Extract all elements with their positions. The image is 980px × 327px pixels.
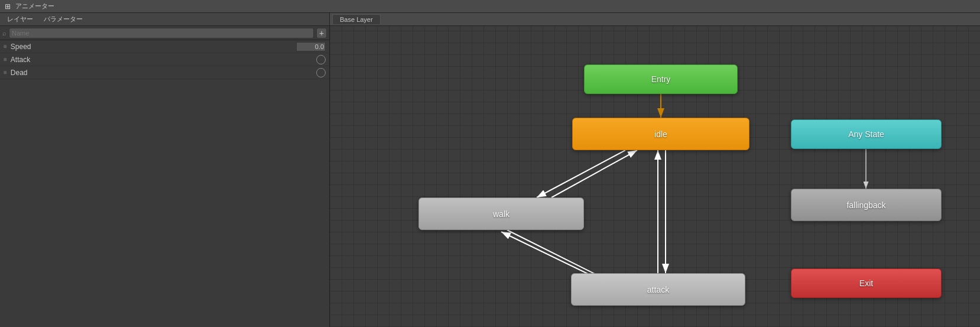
- drag-handle-speed: ≡: [4, 43, 7, 50]
- node-walk[interactable]: walk: [418, 198, 584, 230]
- param-value-speed[interactable]: [296, 42, 326, 51]
- param-item-attack: ≡ Attack: [0, 53, 329, 66]
- node-idle[interactable]: idle: [572, 118, 749, 150]
- node-entry[interactable]: Entry: [584, 64, 738, 94]
- node-fallingback-label: fallingback: [846, 200, 885, 210]
- search-bar: ⌕ +: [0, 26, 329, 40]
- canvas-tab-bar: Base Layer: [330, 13, 980, 26]
- main-layout: レイヤー パラメーター ⌕ + ≡ Speed ≡ Attack ≡ Dead: [0, 13, 980, 327]
- title-bar: ⊞ アニメーター: [0, 0, 980, 13]
- node-walk-label: walk: [493, 209, 510, 219]
- node-attack[interactable]: attack: [571, 273, 745, 306]
- node-any-state[interactable]: Any State: [791, 119, 942, 149]
- param-item-dead: ≡ Dead: [0, 66, 329, 79]
- parameter-list: ≡ Speed ≡ Attack ≡ Dead: [0, 40, 329, 327]
- node-fallingback[interactable]: fallingback: [791, 189, 942, 221]
- drag-handle-dead: ≡: [4, 69, 7, 76]
- canvas-area[interactable]: Entry idle walk attack Any State falling…: [330, 26, 980, 327]
- tab-params[interactable]: パラメーター: [39, 14, 87, 25]
- search-icon: ⌕: [2, 30, 7, 37]
- node-any-state-label: Any State: [848, 129, 884, 139]
- app-icon: ⊞: [5, 2, 13, 11]
- drag-handle-attack: ≡: [4, 56, 7, 63]
- add-parameter-button[interactable]: +: [316, 28, 327, 38]
- left-panel: レイヤー パラメーター ⌕ + ≡ Speed ≡ Attack ≡ Dead: [0, 13, 330, 327]
- node-exit[interactable]: Exit: [791, 268, 942, 298]
- tab-bar: レイヤー パラメーター: [0, 13, 329, 26]
- tab-layer[interactable]: レイヤー: [2, 14, 38, 25]
- param-toggle-dead[interactable]: [316, 68, 326, 77]
- param-name-attack: Attack: [11, 56, 316, 64]
- param-name-dead: Dead: [11, 69, 316, 77]
- node-exit-label: Exit: [859, 279, 873, 288]
- canvas-tab-base-layer[interactable]: Base Layer: [332, 14, 381, 24]
- svg-line-5: [551, 150, 637, 198]
- param-name-speed: Speed: [11, 43, 296, 51]
- svg-line-4: [537, 150, 625, 198]
- app-title: アニメーター: [15, 2, 54, 11]
- search-input[interactable]: [9, 28, 314, 38]
- node-entry-label: Entry: [651, 75, 671, 84]
- node-attack-label: attack: [647, 285, 669, 294]
- node-idle-label: idle: [654, 129, 667, 139]
- param-toggle-attack[interactable]: [316, 55, 326, 64]
- param-item-speed: ≡ Speed: [0, 40, 329, 53]
- animator-canvas: Base Layer: [330, 13, 980, 327]
